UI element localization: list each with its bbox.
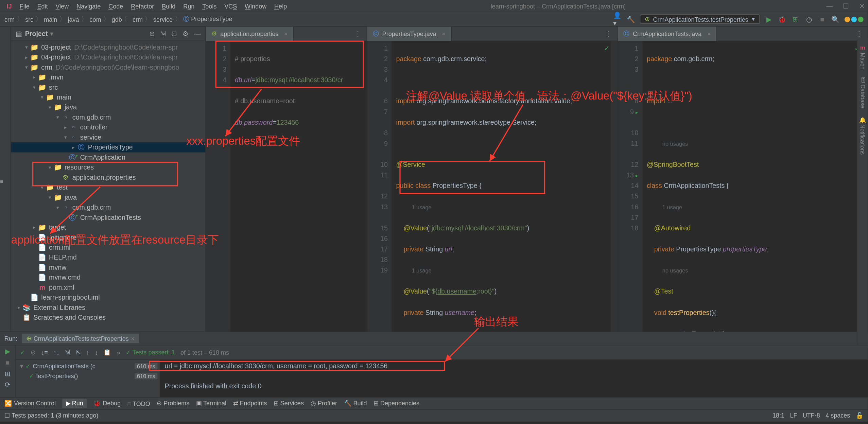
menu-build[interactable]: Build	[158, 1, 179, 10]
tree-row[interactable]: ▾📁java	[11, 192, 205, 202]
export-icon[interactable]: 📋	[103, 349, 111, 356]
profile-button[interactable]: ◷	[804, 15, 813, 23]
stop-button[interactable]: ■	[818, 15, 827, 23]
menu-code[interactable]: Code	[105, 1, 126, 10]
editor-crmtests[interactable]: package com.gdb.crm; import ... no usage…	[642, 41, 861, 332]
search-icon[interactable]: 🔍	[831, 15, 840, 23]
tree-row[interactable]: ▾📁src	[11, 82, 205, 92]
run-config-selector[interactable]: ⊕ CrmApplicationTests.testProperties ▾	[640, 15, 760, 24]
line-separator[interactable]: LF	[790, 412, 797, 419]
tree-row[interactable]: 📄HELP.md	[11, 252, 205, 262]
dependencies-tab[interactable]: ⊞ Dependencies	[374, 400, 419, 407]
tree-row[interactable]: ▸📁04-projectD:\Code\springboot\Code\lear…	[11, 52, 205, 62]
tab-menu-icon[interactable]: ⋮	[600, 30, 617, 38]
maximize-button[interactable]: ☐	[843, 2, 849, 10]
tree-row[interactable]: mpom.xml	[11, 283, 205, 293]
services-tab[interactable]: ⊞ Services	[274, 400, 304, 407]
terminal-tab[interactable]: ▣ Terminal	[196, 400, 226, 407]
tree-row[interactable]: 📄learn-springboot.iml	[11, 293, 205, 302]
profiler-tab[interactable]: ◷ Profiler	[311, 400, 337, 407]
close-tab-icon[interactable]: ×	[284, 30, 288, 37]
close-tab-icon[interactable]: ×	[707, 30, 711, 37]
indent-info[interactable]: 4 spaces	[826, 412, 850, 419]
test-pass-icon[interactable]: ✓	[20, 349, 25, 356]
editor-properties[interactable]: # properties db.url=jdbc:mysql://localho…	[230, 41, 367, 332]
tree-row[interactable]: Ⓒ▸CrmApplicationTests	[11, 212, 205, 222]
test-tree-row[interactable]: ▾✓CrmApplicationTests (c610 ms	[18, 361, 157, 371]
notifications-tool-button[interactable]: 🔔 Notifications	[860, 116, 866, 154]
menu-navigate[interactable]: Navigate	[73, 1, 104, 10]
next-icon[interactable]: ↓	[95, 349, 98, 356]
menu-vcs[interactable]: VCS	[221, 1, 240, 10]
endpoints-tab[interactable]: ⇄ Endpoints	[233, 400, 267, 407]
stop-icon[interactable]: ■	[5, 359, 10, 367]
caret-position[interactable]: 18:1	[772, 412, 784, 419]
prev-icon[interactable]: ↑	[86, 349, 89, 356]
menu-edit[interactable]: Edit	[34, 1, 51, 10]
tab-propertiestype[interactable]: Ⓒ PropertiesType.java ×	[367, 26, 451, 41]
tree-row[interactable]: ▾▫com.gdb.crm	[11, 112, 205, 122]
menu-help[interactable]: Help	[271, 1, 290, 10]
expand-icon[interactable]: ⇲	[65, 349, 70, 356]
database-tool-button[interactable]: 🗄 Database	[859, 77, 866, 108]
file-encoding[interactable]: UTF-8	[803, 412, 820, 419]
hide-icon[interactable]: —	[194, 30, 201, 38]
collapse-icon[interactable]: ⇱	[76, 349, 81, 356]
breadcrumb-item[interactable]: crm	[4, 16, 15, 23]
project-view-icon[interactable]: ▤	[16, 30, 22, 38]
build-icon[interactable]: 🔨	[626, 15, 635, 23]
user-icon[interactable]: 👤▾	[613, 15, 622, 23]
project-tool-button[interactable]: ■	[0, 178, 3, 184]
tree-row[interactable]: ▾📁test	[11, 182, 205, 192]
tree-row[interactable]: ▾▫service	[11, 132, 205, 142]
layout-icon[interactable]: ⊞	[5, 370, 10, 378]
breadcrumb-item[interactable]: service	[153, 16, 173, 23]
todo-tab[interactable]: ≡ TODO	[127, 400, 150, 407]
project-tree[interactable]: ▾📁03-projectD:\Code\springboot\Code\lear…	[11, 41, 205, 332]
sort-icon[interactable]: ↓≡	[41, 349, 48, 356]
tree-row[interactable]: ▸📚External Libraries	[11, 303, 205, 313]
debug-tab[interactable]: 🐞 Debug	[93, 400, 121, 407]
run-tab[interactable]: ⊕ CrmApplicationTests.testProperties ×	[22, 334, 139, 343]
tree-row[interactable]: 📋Scratches and Consoles	[11, 313, 205, 322]
console-output[interactable]: url = jdbc:mysql://localhost:3030/crm, u…	[160, 360, 868, 397]
breadcrumb-item[interactable]: main	[44, 16, 57, 23]
pin-icon[interactable]: ⟳	[5, 381, 10, 389]
menu-refactor[interactable]: Refactor	[127, 1, 157, 10]
tree-row[interactable]: ⚙application.properties	[11, 172, 205, 182]
build-tab[interactable]: 🔨 Build	[344, 400, 367, 407]
minimize-button[interactable]: —	[826, 2, 833, 10]
code-with-me-icon[interactable]	[845, 16, 864, 22]
filter-icon[interactable]: ↑↓	[53, 349, 59, 356]
breadcrumb-item[interactable]: gdb	[112, 16, 122, 23]
expand-all-icon[interactable]: ⇲	[160, 30, 166, 38]
breadcrumb-item[interactable]: src	[25, 16, 33, 23]
rerun-icon[interactable]: ▶	[5, 348, 10, 355]
tab-application-properties[interactable]: ⚙ application.properties ×	[206, 26, 294, 41]
tree-row[interactable]: ▾📁resources	[11, 162, 205, 172]
tree-row[interactable]: ▾📁crmD:\Code\springboot\Code\learn-sprin…	[11, 62, 205, 72]
readonly-icon[interactable]: 🔓	[856, 412, 864, 419]
version-control-tab[interactable]: 🔀 Version Control	[4, 400, 56, 407]
tree-row[interactable]: 📄mvnw	[11, 263, 205, 272]
problems-tab[interactable]: ⊝ Problems	[157, 400, 189, 407]
breadcrumb-item[interactable]: crm	[133, 16, 143, 23]
run-button[interactable]: ▶	[764, 15, 773, 23]
menu-file[interactable]: File	[16, 1, 33, 10]
tree-row[interactable]: ▸📁target	[11, 223, 205, 232]
test-fail-icon[interactable]: ⊘	[31, 349, 36, 356]
tab-crmapplicationtests[interactable]: Ⓒ CrmApplicationTests.java ×	[618, 26, 717, 41]
breadcrumb-item[interactable]: java	[68, 16, 79, 23]
tab-menu-icon[interactable]: ⋮	[850, 30, 868, 38]
project-title[interactable]: Project	[25, 30, 48, 38]
settings-icon[interactable]: ⚙	[183, 30, 189, 38]
coverage-button[interactable]: ⛨	[791, 15, 800, 23]
tab-menu-icon[interactable]: ⋮	[349, 30, 366, 38]
menu-view[interactable]: View	[52, 1, 72, 10]
tree-row[interactable]: ▾📁main	[11, 92, 205, 102]
menu-run[interactable]: Run	[180, 1, 198, 10]
test-tree[interactable]: ▾✓CrmApplicationTests (c610 ms✓testPrope…	[16, 360, 160, 397]
breadcrumb-item[interactable]: com	[90, 16, 101, 23]
close-tab-icon[interactable]: ×	[442, 30, 446, 37]
menu-tools[interactable]: Tools	[199, 1, 220, 10]
